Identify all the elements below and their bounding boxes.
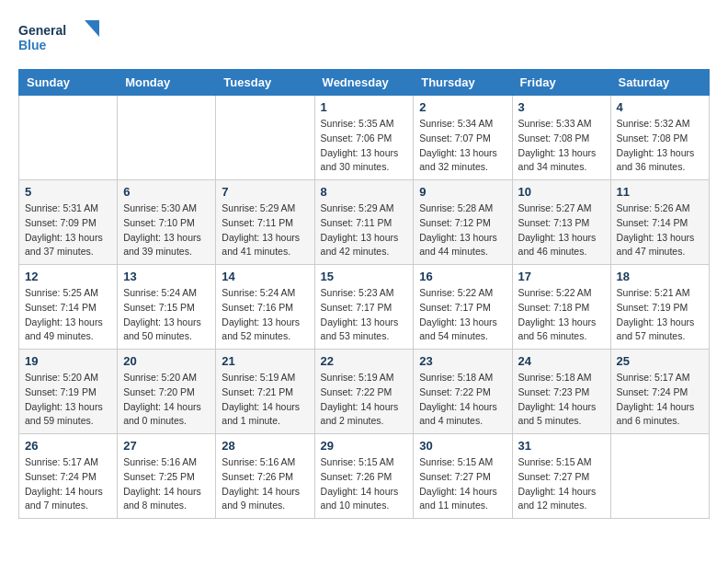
calendar-cell: 27Sunrise: 5:16 AM Sunset: 7:25 PM Dayli… xyxy=(118,434,216,519)
day-number: 12 xyxy=(25,270,111,283)
calendar: SundayMondayTuesdayWednesdayThursdayFrid… xyxy=(18,69,710,519)
calendar-week-row: 5Sunrise: 5:31 AM Sunset: 7:09 PM Daylig… xyxy=(19,180,710,265)
calendar-cell: 15Sunrise: 5:23 AM Sunset: 7:17 PM Dayli… xyxy=(314,265,414,350)
day-info: Sunrise: 5:22 AM Sunset: 7:18 PM Dayligh… xyxy=(518,286,605,344)
svg-text:Blue: Blue xyxy=(18,38,47,52)
calendar-cell: 14Sunrise: 5:24 AM Sunset: 7:16 PM Dayli… xyxy=(216,265,314,350)
day-number: 26 xyxy=(25,439,111,453)
calendar-cell: 31Sunrise: 5:15 AM Sunset: 7:27 PM Dayli… xyxy=(512,434,610,519)
day-info: Sunrise: 5:25 AM Sunset: 7:14 PM Dayligh… xyxy=(25,286,111,344)
day-info: Sunrise: 5:31 AM Sunset: 7:09 PM Dayligh… xyxy=(25,201,111,259)
day-number: 19 xyxy=(25,354,111,368)
day-number: 11 xyxy=(617,185,703,199)
calendar-cell xyxy=(19,96,118,180)
day-info: Sunrise: 5:30 AM Sunset: 7:10 PM Dayligh… xyxy=(123,201,210,259)
day-info: Sunrise: 5:19 AM Sunset: 7:22 PM Dayligh… xyxy=(321,371,408,429)
calendar-cell: 7Sunrise: 5:29 AM Sunset: 7:11 PM Daylig… xyxy=(216,180,314,265)
calendar-cell: 24Sunrise: 5:18 AM Sunset: 7:23 PM Dayli… xyxy=(512,350,610,434)
day-info: Sunrise: 5:28 AM Sunset: 7:12 PM Dayligh… xyxy=(419,201,506,259)
calendar-cell: 28Sunrise: 5:16 AM Sunset: 7:26 PM Dayli… xyxy=(216,434,314,519)
day-info: Sunrise: 5:35 AM Sunset: 7:06 PM Dayligh… xyxy=(321,117,408,175)
day-number: 25 xyxy=(617,354,703,368)
calendar-cell: 20Sunrise: 5:20 AM Sunset: 7:20 PM Dayli… xyxy=(118,350,216,434)
calendar-cell: 2Sunrise: 5:34 AM Sunset: 7:07 PM Daylig… xyxy=(414,96,512,180)
logo-icon: General Blue xyxy=(18,18,101,60)
calendar-cell: 29Sunrise: 5:15 AM Sunset: 7:26 PM Dayli… xyxy=(314,434,414,519)
day-info: Sunrise: 5:18 AM Sunset: 7:22 PM Dayligh… xyxy=(419,371,506,429)
day-info: Sunrise: 5:27 AM Sunset: 7:13 PM Dayligh… xyxy=(518,201,605,259)
day-number: 24 xyxy=(518,354,605,368)
logo: General Blue xyxy=(18,18,101,60)
day-number: 10 xyxy=(518,185,605,199)
day-number: 21 xyxy=(222,354,308,368)
day-number: 16 xyxy=(419,270,506,283)
day-info: Sunrise: 5:20 AM Sunset: 7:19 PM Dayligh… xyxy=(25,371,111,429)
day-number: 22 xyxy=(321,354,408,368)
calendar-cell xyxy=(216,96,314,180)
day-number: 13 xyxy=(123,270,210,283)
day-info: Sunrise: 5:15 AM Sunset: 7:26 PM Dayligh… xyxy=(321,455,408,513)
calendar-cell: 16Sunrise: 5:22 AM Sunset: 7:17 PM Dayli… xyxy=(414,265,512,350)
calendar-cell: 21Sunrise: 5:19 AM Sunset: 7:21 PM Dayli… xyxy=(216,350,314,434)
day-info: Sunrise: 5:32 AM Sunset: 7:08 PM Dayligh… xyxy=(617,117,703,175)
calendar-cell: 10Sunrise: 5:27 AM Sunset: 7:13 PM Dayli… xyxy=(512,180,610,265)
day-number: 6 xyxy=(123,185,210,199)
calendar-cell: 18Sunrise: 5:21 AM Sunset: 7:19 PM Dayli… xyxy=(610,265,709,350)
calendar-header-thursday: Thursday xyxy=(414,70,512,96)
day-info: Sunrise: 5:22 AM Sunset: 7:17 PM Dayligh… xyxy=(419,286,506,344)
calendar-cell: 4Sunrise: 5:32 AM Sunset: 7:08 PM Daylig… xyxy=(610,96,709,180)
calendar-cell: 26Sunrise: 5:17 AM Sunset: 7:24 PM Dayli… xyxy=(19,434,118,519)
calendar-header-tuesday: Tuesday xyxy=(216,70,314,96)
calendar-week-row: 12Sunrise: 5:25 AM Sunset: 7:14 PM Dayli… xyxy=(19,265,710,350)
calendar-week-row: 1Sunrise: 5:35 AM Sunset: 7:06 PM Daylig… xyxy=(19,96,710,180)
day-number: 20 xyxy=(123,354,210,368)
day-number: 28 xyxy=(222,439,308,453)
calendar-cell xyxy=(610,434,709,519)
calendar-cell: 6Sunrise: 5:30 AM Sunset: 7:10 PM Daylig… xyxy=(118,180,216,265)
calendar-cell: 13Sunrise: 5:24 AM Sunset: 7:15 PM Dayli… xyxy=(118,265,216,350)
calendar-cell: 8Sunrise: 5:29 AM Sunset: 7:11 PM Daylig… xyxy=(314,180,414,265)
day-info: Sunrise: 5:29 AM Sunset: 7:11 PM Dayligh… xyxy=(321,201,408,259)
calendar-header-wednesday: Wednesday xyxy=(314,70,414,96)
day-info: Sunrise: 5:23 AM Sunset: 7:17 PM Dayligh… xyxy=(321,286,408,344)
day-info: Sunrise: 5:19 AM Sunset: 7:21 PM Dayligh… xyxy=(222,371,308,429)
day-info: Sunrise: 5:34 AM Sunset: 7:07 PM Dayligh… xyxy=(419,117,506,175)
day-number: 18 xyxy=(617,270,703,283)
svg-text:General: General xyxy=(18,23,66,38)
day-info: Sunrise: 5:16 AM Sunset: 7:26 PM Dayligh… xyxy=(222,455,308,513)
day-info: Sunrise: 5:18 AM Sunset: 7:23 PM Dayligh… xyxy=(518,371,605,429)
day-info: Sunrise: 5:16 AM Sunset: 7:25 PM Dayligh… xyxy=(123,455,210,513)
day-info: Sunrise: 5:15 AM Sunset: 7:27 PM Dayligh… xyxy=(518,455,605,513)
day-info: Sunrise: 5:15 AM Sunset: 7:27 PM Dayligh… xyxy=(419,455,506,513)
header: General Blue xyxy=(18,18,710,60)
calendar-cell: 9Sunrise: 5:28 AM Sunset: 7:12 PM Daylig… xyxy=(414,180,512,265)
day-number: 31 xyxy=(518,439,605,453)
day-number: 23 xyxy=(419,354,506,368)
day-info: Sunrise: 5:17 AM Sunset: 7:24 PM Dayligh… xyxy=(25,455,111,513)
calendar-cell: 17Sunrise: 5:22 AM Sunset: 7:18 PM Dayli… xyxy=(512,265,610,350)
day-number: 2 xyxy=(419,100,506,114)
day-number: 27 xyxy=(123,439,210,453)
day-info: Sunrise: 5:26 AM Sunset: 7:14 PM Dayligh… xyxy=(617,201,703,259)
day-number: 29 xyxy=(321,439,408,453)
calendar-cell: 22Sunrise: 5:19 AM Sunset: 7:22 PM Dayli… xyxy=(314,350,414,434)
calendar-cell: 25Sunrise: 5:17 AM Sunset: 7:24 PM Dayli… xyxy=(610,350,709,434)
day-number: 4 xyxy=(617,100,703,114)
day-info: Sunrise: 5:21 AM Sunset: 7:19 PM Dayligh… xyxy=(617,286,703,344)
calendar-cell: 12Sunrise: 5:25 AM Sunset: 7:14 PM Dayli… xyxy=(19,265,118,350)
day-number: 15 xyxy=(321,270,408,283)
day-number: 17 xyxy=(518,270,605,283)
day-info: Sunrise: 5:17 AM Sunset: 7:24 PM Dayligh… xyxy=(617,371,703,429)
calendar-week-row: 19Sunrise: 5:20 AM Sunset: 7:19 PM Dayli… xyxy=(19,350,710,434)
day-number: 8 xyxy=(321,185,408,199)
day-number: 3 xyxy=(518,100,605,114)
day-number: 30 xyxy=(419,439,506,453)
calendar-header-saturday: Saturday xyxy=(610,70,709,96)
calendar-cell: 19Sunrise: 5:20 AM Sunset: 7:19 PM Dayli… xyxy=(19,350,118,434)
calendar-header-monday: Monday xyxy=(118,70,216,96)
day-info: Sunrise: 5:20 AM Sunset: 7:20 PM Dayligh… xyxy=(123,371,210,429)
day-info: Sunrise: 5:24 AM Sunset: 7:16 PM Dayligh… xyxy=(222,286,308,344)
calendar-header-sunday: Sunday xyxy=(19,70,118,96)
calendar-cell: 30Sunrise: 5:15 AM Sunset: 7:27 PM Dayli… xyxy=(414,434,512,519)
calendar-cell xyxy=(118,96,216,180)
